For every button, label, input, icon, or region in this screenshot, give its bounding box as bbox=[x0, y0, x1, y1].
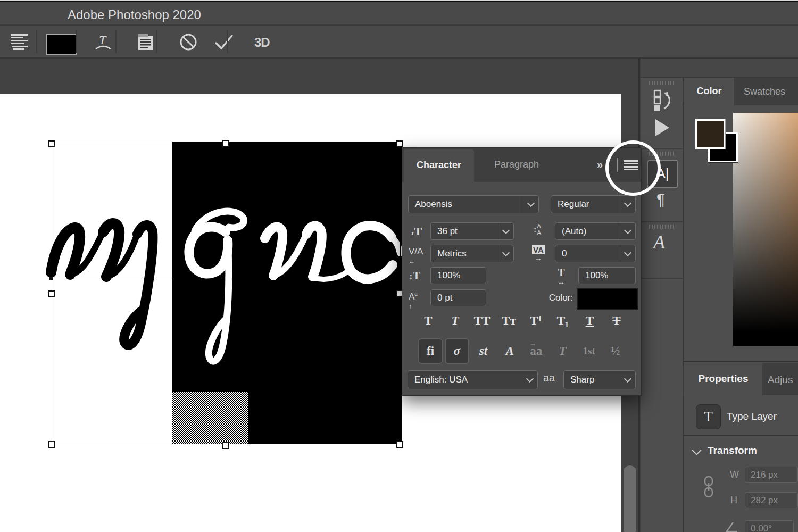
chevron-down-icon bbox=[498, 223, 513, 239]
baseline-shift-field[interactable]: 0 pt bbox=[430, 289, 486, 306]
subscript-button[interactable]: T₁ bbox=[553, 314, 573, 328]
dock-gripper[interactable] bbox=[649, 81, 674, 85]
character-panel: Character Paragraph » Aboensis Regular т… bbox=[402, 147, 642, 396]
title-bar[interactable]: Adobe Photoshop 2020 bbox=[0, 2, 798, 26]
color-panel-tabs: Color Swatches bbox=[684, 78, 798, 105]
chevron-down-icon[interactable] bbox=[692, 445, 701, 455]
tab-properties[interactable]: Properties bbox=[684, 363, 762, 395]
link-dimensions-icon[interactable] bbox=[703, 475, 714, 501]
photoshop-window: Adobe Photoshop 2020 T bbox=[0, 0, 798, 532]
horizontal-scale-value: 100% bbox=[579, 270, 635, 281]
vertical-scale-field[interactable]: 100% bbox=[430, 267, 486, 284]
divider bbox=[641, 221, 683, 222]
chevron-down-icon bbox=[620, 371, 635, 389]
glyphs-panel-icon[interactable]: A bbox=[653, 231, 665, 253]
underline-button[interactable]: T bbox=[579, 314, 600, 328]
selection-handle[interactable] bbox=[396, 441, 403, 448]
text-align-icon[interactable] bbox=[11, 32, 29, 49]
selection-bounding-box[interactable] bbox=[52, 144, 401, 445]
selection-handle[interactable] bbox=[48, 290, 55, 297]
ligatures-button[interactable]: fi bbox=[418, 338, 443, 364]
type-color-swatch[interactable] bbox=[577, 288, 638, 310]
dock-header: « bbox=[641, 59, 798, 78]
discretionary-ligatures-button[interactable]: σ bbox=[445, 338, 469, 364]
chevron-down-icon bbox=[523, 196, 538, 213]
divider bbox=[641, 278, 683, 279]
kerning-select[interactable]: Metrics bbox=[430, 245, 514, 262]
leading-select[interactable]: (Auto) bbox=[555, 222, 636, 240]
selection-handle[interactable] bbox=[48, 140, 55, 147]
arrow-right-icon: → bbox=[529, 339, 536, 347]
ordinals-button[interactable]: 1st bbox=[577, 338, 601, 364]
annotation-circle bbox=[605, 140, 661, 196]
selection-handle[interactable] bbox=[222, 442, 229, 449]
tracking-value: 0 bbox=[555, 248, 620, 259]
tracking-select[interactable]: 0 bbox=[555, 245, 636, 262]
tracking-icon: VA↔ bbox=[532, 246, 545, 262]
titling-alternates-button[interactable]: T bbox=[551, 338, 575, 364]
faux-italic-button[interactable]: T bbox=[445, 314, 466, 328]
separator bbox=[76, 30, 77, 53]
width-label: W bbox=[730, 469, 739, 480]
faux-bold-button[interactable]: T bbox=[418, 314, 438, 328]
paragraph-panel-icon[interactable]: ¶ bbox=[656, 190, 665, 209]
strikethrough-button[interactable]: T bbox=[606, 314, 627, 328]
leading-value: (Auto) bbox=[555, 226, 620, 237]
all-caps-button[interactable]: TT bbox=[472, 314, 492, 328]
opentype-row: fi σ st A → aa T 1st ½ bbox=[418, 338, 628, 364]
chevron-down-icon bbox=[522, 371, 537, 389]
font-family-value: Aboensis bbox=[409, 199, 523, 210]
vertical-scale-value: 100% bbox=[431, 270, 486, 281]
height-field[interactable]: 282 px bbox=[745, 492, 798, 508]
warp-text-icon[interactable]: T bbox=[92, 32, 115, 55]
vertical-scrollbar[interactable] bbox=[624, 466, 636, 532]
font-family-select[interactable]: Aboensis bbox=[408, 195, 539, 213]
selection-handle[interactable] bbox=[222, 140, 229, 147]
language-select[interactable]: English: USA bbox=[408, 370, 538, 389]
cancel-icon[interactable] bbox=[178, 31, 199, 55]
stylistic-alternates-button[interactable]: A bbox=[497, 338, 522, 364]
contextual-alternates-button[interactable]: → aa bbox=[524, 338, 548, 364]
transform-section-label[interactable]: Transform bbox=[708, 445, 757, 456]
font-size-select[interactable]: 36 pt bbox=[430, 222, 514, 240]
actions-play-icon[interactable] bbox=[655, 119, 669, 136]
right-panel-column: Color Swatches Properties Adjus T Type L… bbox=[684, 78, 798, 532]
selection-handle[interactable] bbox=[48, 441, 55, 448]
commit-check-icon[interactable] bbox=[212, 31, 236, 55]
options-bar: T 3D bbox=[0, 26, 798, 59]
tab-swatches[interactable]: Swatches bbox=[744, 86, 785, 97]
foreground-color-swatch[interactable] bbox=[695, 119, 725, 149]
font-style-value: Regular bbox=[551, 199, 620, 210]
tab-character[interactable]: Character bbox=[404, 149, 474, 182]
baseline-shift-icon: Aa↑ bbox=[409, 292, 418, 310]
anti-alias-value: Sharp bbox=[564, 375, 620, 385]
collapse-to-icons-icon[interactable]: » bbox=[597, 159, 602, 171]
width-field[interactable]: 216 px bbox=[745, 467, 798, 483]
color-picker-field[interactable] bbox=[733, 113, 798, 346]
angle-field[interactable]: 0.00° bbox=[745, 520, 794, 532]
history-icon[interactable] bbox=[652, 89, 672, 114]
fractions-button[interactable]: ½ bbox=[603, 338, 628, 364]
chevron-down-icon bbox=[498, 245, 513, 262]
superscript-button[interactable]: T¹ bbox=[526, 314, 546, 328]
horizontal-scale-field[interactable]: 100% bbox=[578, 267, 636, 284]
3d-button[interactable]: 3D bbox=[254, 35, 270, 50]
tab-color[interactable]: Color bbox=[684, 78, 734, 105]
tab-adjustments[interactable]: Adjus bbox=[768, 374, 793, 386]
color-label: Color: bbox=[538, 293, 573, 303]
small-caps-button[interactable]: Tт bbox=[499, 314, 519, 328]
font-style-select[interactable]: Regular bbox=[551, 195, 636, 213]
text-color-swatch[interactable] bbox=[46, 34, 77, 55]
separator bbox=[227, 30, 228, 53]
swash-button[interactable]: st bbox=[471, 338, 495, 364]
separator bbox=[156, 30, 157, 53]
tab-paragraph[interactable]: Paragraph bbox=[482, 148, 551, 182]
selection-handle[interactable] bbox=[396, 140, 403, 147]
font-size-icon: тT bbox=[411, 226, 422, 237]
type-layer-icon[interactable]: T bbox=[696, 404, 721, 429]
anti-alias-icon: aa bbox=[543, 372, 555, 384]
anti-alias-select[interactable]: Sharp bbox=[563, 370, 636, 389]
type-layer-label: Type Layer bbox=[727, 411, 777, 422]
dock-gripper[interactable] bbox=[649, 225, 674, 229]
toggle-panels-icon[interactable] bbox=[134, 32, 157, 55]
